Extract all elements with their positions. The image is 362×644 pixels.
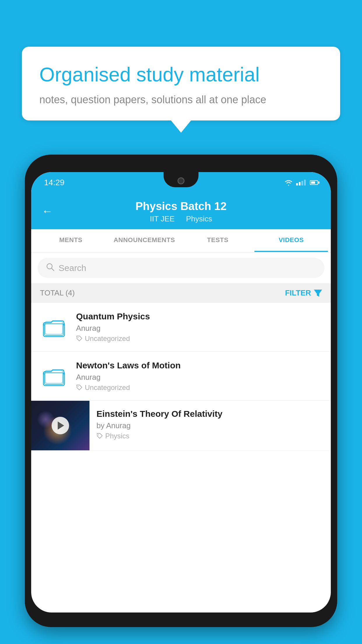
speech-bubble: Organised study material notes, question… bbox=[22, 47, 340, 120]
video-title-2: Newton's Laws of Motion bbox=[76, 360, 323, 370]
tag-label-1: Uncategorized bbox=[85, 335, 130, 343]
tab-videos[interactable]: VIDEOS bbox=[254, 229, 328, 252]
play-button[interactable] bbox=[52, 417, 69, 434]
svg-point-11 bbox=[98, 435, 99, 435]
header-subtitle-physics: Physics bbox=[186, 214, 212, 223]
tag-icon bbox=[96, 433, 103, 439]
video-info-2: Newton's Laws of Motion Anurag Uncategor… bbox=[76, 360, 323, 392]
search-container: Search bbox=[31, 253, 331, 283]
header-title: Physics Batch 12 bbox=[43, 200, 319, 213]
speech-bubble-subtitle: notes, question papers, solutions all at… bbox=[39, 94, 323, 106]
tag-label-3: Physics bbox=[105, 432, 129, 440]
signal-icon bbox=[296, 180, 306, 186]
svg-point-10 bbox=[78, 386, 79, 387]
svg-point-6 bbox=[78, 337, 79, 338]
speech-bubble-title: Organised study material bbox=[39, 63, 323, 87]
video-info-1: Quantum Physics Anurag Uncategorized bbox=[76, 312, 323, 343]
wifi-icon bbox=[284, 179, 293, 186]
status-time: 14:29 bbox=[44, 178, 64, 187]
tab-announcements[interactable]: ANNOUNCEMENTS bbox=[108, 229, 181, 252]
video-title-3: Einstein's Theory Of Relativity bbox=[96, 409, 324, 419]
video-info-3: Einstein's Theory Of Relativity by Anura… bbox=[89, 401, 331, 448]
video-tag-2: Uncategorized bbox=[76, 384, 323, 392]
notch bbox=[164, 172, 198, 187]
tag-icon bbox=[76, 335, 82, 342]
video-title-1: Quantum Physics bbox=[76, 312, 323, 321]
filter-bar: TOTAL (4) FILTER bbox=[31, 283, 331, 303]
folder-icon bbox=[42, 365, 66, 388]
list-item[interactable]: Quantum Physics Anurag Uncategorized bbox=[31, 303, 331, 352]
status-icons bbox=[284, 179, 318, 186]
phone-frame: 14:29 bbox=[25, 155, 337, 627]
video-author-2: Anurag bbox=[76, 373, 323, 382]
video-list: Quantum Physics Anurag Uncategorized bbox=[31, 303, 331, 451]
total-count: TOTAL (4) bbox=[40, 288, 75, 298]
filter-label: FILTER bbox=[285, 288, 311, 298]
video-thumbnail-3 bbox=[31, 401, 89, 450]
list-item[interactable]: Newton's Laws of Motion Anurag Uncategor… bbox=[31, 352, 331, 401]
tab-ments[interactable]: MENTS bbox=[34, 229, 108, 252]
search-bar[interactable]: Search bbox=[38, 258, 324, 278]
filter-button[interactable]: FILTER bbox=[285, 288, 322, 298]
svg-rect-8 bbox=[45, 373, 63, 384]
tag-icon bbox=[76, 384, 82, 391]
video-thumb-2 bbox=[39, 362, 68, 391]
search-icon bbox=[46, 262, 55, 273]
tab-tests[interactable]: TESTS bbox=[181, 229, 254, 252]
video-author-1: Anurag bbox=[76, 324, 323, 333]
header-subtitle: IIT JEE Physics bbox=[43, 214, 319, 223]
video-thumb-1 bbox=[39, 313, 68, 342]
svg-line-1 bbox=[52, 268, 54, 271]
list-item[interactable]: Einstein's Theory Of Relativity by Anura… bbox=[31, 401, 331, 451]
svg-rect-4 bbox=[45, 324, 63, 335]
phone-screen: 14:29 bbox=[31, 172, 331, 612]
video-tag-3: Physics bbox=[96, 432, 324, 440]
video-author-3: by Anurag bbox=[96, 421, 324, 430]
tabs-bar: MENTS ANNOUNCEMENTS TESTS VIDEOS bbox=[31, 229, 331, 253]
app-header: ← Physics Batch 12 IIT JEE Physics bbox=[31, 193, 331, 229]
battery-icon bbox=[310, 180, 318, 185]
video-tag-1: Uncategorized bbox=[76, 335, 323, 343]
search-placeholder: Search bbox=[59, 263, 86, 273]
tag-label-2: Uncategorized bbox=[85, 384, 130, 392]
back-button[interactable]: ← bbox=[42, 205, 53, 218]
svg-marker-2 bbox=[314, 290, 322, 297]
folder-icon bbox=[42, 316, 66, 339]
filter-icon bbox=[314, 290, 322, 297]
front-camera bbox=[178, 177, 184, 184]
header-subtitle-iit: IIT JEE bbox=[150, 214, 175, 223]
